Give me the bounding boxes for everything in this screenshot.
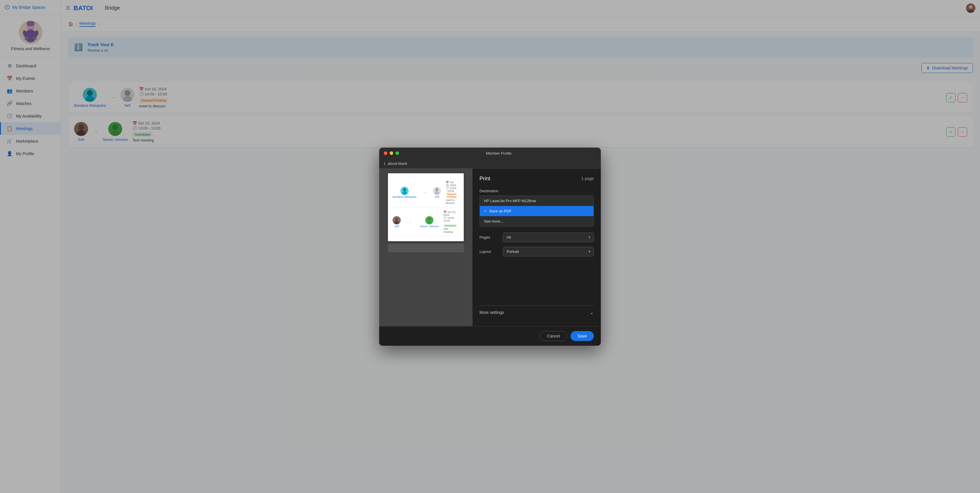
svg-point-22 bbox=[395, 218, 398, 221]
preview-date-1: 📅 Oct 15, 2024 bbox=[445, 181, 457, 187]
layout-setting-row: Layout Portrait Landscape ▼ bbox=[479, 247, 594, 256]
more-settings-label: More settings bbox=[479, 310, 504, 315]
preview-status-1: Request Pending bbox=[445, 192, 457, 198]
preview-footer bbox=[388, 243, 464, 252]
preview-arrow-2: → bbox=[409, 220, 412, 224]
address-text: about:blank bbox=[388, 161, 407, 166]
pages-label: Pages bbox=[479, 235, 503, 240]
print-dialog: Member Profile ℹ about:blank bbox=[379, 148, 601, 346]
dialog-address-bar: ℹ about:blank bbox=[379, 159, 601, 169]
preview-to-avatar-1 bbox=[433, 187, 441, 195]
preview-person-row-1: Bandana Mahapatra → Self bbox=[393, 187, 441, 198]
expand-icon: ⌄ bbox=[589, 309, 594, 316]
pages-select-wrapper: All Custom ▼ bbox=[503, 232, 594, 242]
preview-to-name-1: Self bbox=[434, 196, 439, 198]
preview-time-1: 🕐 14:00 - 15:00 bbox=[445, 187, 457, 192]
more-option-label: See more... bbox=[484, 219, 503, 223]
dialog-titlebar: Member Profile bbox=[379, 148, 601, 159]
preview-arrow-1: → bbox=[423, 191, 426, 194]
pdf-check-icon: ✓ bbox=[484, 209, 487, 213]
destination-option-pdf[interactable]: ✓ Save as PDF bbox=[480, 206, 593, 216]
pages-setting-row: Pages All Custom ▼ bbox=[479, 232, 594, 242]
preview-from-avatar-1 bbox=[401, 187, 409, 195]
layout-label: Layout bbox=[479, 250, 503, 254]
dialog-footer: Cancel Save bbox=[379, 326, 601, 346]
dialog-body: Bandana Mahapatra → Self bbox=[379, 169, 601, 326]
preview-desc-1: meet to discuss bbox=[445, 199, 457, 205]
preview-from-name-1: Bandana Mahapatra bbox=[393, 196, 417, 198]
hp-option-label: HP LaserJet Pro MFP M126nw bbox=[484, 199, 536, 203]
svg-point-18 bbox=[403, 188, 406, 191]
svg-point-23 bbox=[395, 221, 399, 224]
window-minimize-button[interactable] bbox=[390, 151, 393, 155]
print-dialog-overlay: Member Profile ℹ about:blank bbox=[0, 0, 980, 493]
destination-label: Destination bbox=[479, 189, 594, 193]
print-settings-panel: Print 1 page Destination HP LaserJet Pro… bbox=[473, 169, 601, 326]
preview-date-2: 📅 Oct 15, 2024 bbox=[443, 211, 457, 216]
svg-point-25 bbox=[427, 221, 432, 224]
more-settings-row[interactable]: More settings ⌄ bbox=[479, 305, 594, 319]
preview-from-icon-2 bbox=[393, 216, 401, 224]
print-pages: 1 page bbox=[581, 176, 594, 181]
svg-point-19 bbox=[402, 191, 407, 195]
save-button[interactable]: Save bbox=[571, 331, 594, 341]
print-title: Print bbox=[479, 176, 490, 182]
preview-from-name-2: Self bbox=[395, 225, 399, 228]
preview-time-2: 🕐 13:00 - 13:00 bbox=[443, 216, 457, 222]
destination-option-more[interactable]: See more... bbox=[480, 216, 593, 226]
address-info-icon: ℹ bbox=[384, 161, 385, 166]
preview-details-1: 📅 Oct 15, 2024 🕐 14:00 - 15:00 Request P… bbox=[444, 181, 459, 205]
preview-to-icon-1 bbox=[433, 187, 441, 195]
window-close-button[interactable] bbox=[384, 151, 387, 155]
svg-point-20 bbox=[436, 188, 438, 191]
preview-from-icon-1 bbox=[401, 187, 409, 195]
preview-page: Bandana Mahapatra → Self bbox=[388, 173, 464, 241]
preview-meeting-2: Self → Steven Johnson bbox=[393, 208, 459, 237]
preview-meeting-1: Bandana Mahapatra → Self bbox=[393, 178, 459, 208]
preview-to-icon-2 bbox=[425, 216, 433, 224]
preview-desc-2: Test meeting bbox=[443, 227, 457, 233]
destination-section: Destination HP LaserJet Pro MFP M126nw ✓… bbox=[479, 189, 594, 227]
preview-details-2: 📅 Oct 15, 2024 🕐 13:00 - 13:00 Scheduled… bbox=[442, 211, 459, 233]
cancel-button[interactable]: Cancel bbox=[539, 331, 567, 341]
pages-select[interactable]: All Custom bbox=[503, 232, 594, 242]
layout-select-wrapper: Portrait Landscape ▼ bbox=[503, 247, 594, 256]
preview-to-avatar-2 bbox=[425, 216, 433, 224]
preview-to-name-2: Steven Johnson bbox=[420, 225, 439, 228]
preview-from-avatar-2 bbox=[393, 216, 401, 224]
svg-point-24 bbox=[428, 218, 431, 221]
pdf-option-label: Save as PDF bbox=[489, 209, 512, 213]
destination-option-hp[interactable]: HP LaserJet Pro MFP M126nw bbox=[480, 196, 593, 206]
destination-dropdown: HP LaserJet Pro MFP M126nw ✓ Save as PDF… bbox=[479, 196, 594, 227]
dialog-title: Member Profile bbox=[401, 151, 596, 156]
print-preview-panel: Bandana Mahapatra → Self bbox=[379, 169, 473, 326]
preview-person-row-2: Self → Steven Johnson bbox=[393, 216, 439, 228]
print-header: Print 1 page bbox=[479, 176, 594, 182]
svg-point-21 bbox=[434, 191, 439, 195]
preview-status-2: Scheduled bbox=[443, 224, 457, 227]
layout-select[interactable]: Portrait Landscape bbox=[503, 247, 594, 256]
window-maximize-button[interactable] bbox=[396, 151, 399, 155]
